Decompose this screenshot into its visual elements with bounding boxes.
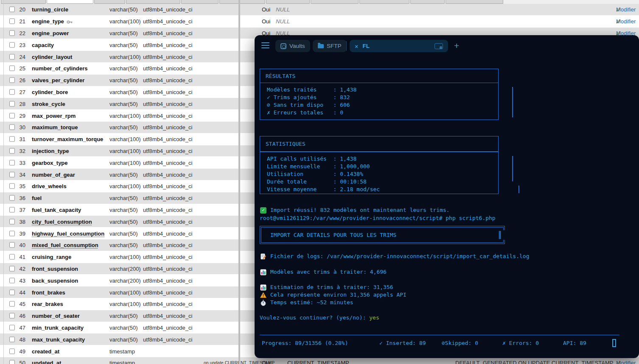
column-name: updated_at — [32, 360, 61, 364]
close-tab-icon[interactable]: ✕ — [355, 43, 358, 50]
column-type: varchar(50) — [109, 324, 137, 331]
estimate-line: Estimation de trims à traiter: 31,356 — [260, 283, 393, 291]
pma-tab[interactable] — [94, 0, 125, 4]
row-number: 25 — [14, 65, 25, 72]
column-name: cylinder_bore — [32, 89, 68, 95]
row-number: 28 — [14, 100, 25, 107]
column-extra: DEFAULT_GENERATED ON UPDATE CURRENT_TIME… — [455, 360, 613, 364]
column-name: created_at — [32, 348, 59, 354]
stopwatch-icon — [260, 300, 266, 306]
column-type: varchar(100) — [109, 53, 141, 60]
column-name: min_trunk_capacity — [32, 324, 84, 331]
tab-fl[interactable]: ✕ FL — [350, 40, 448, 52]
row-number: 33 — [14, 159, 25, 166]
modify-link-label[interactable]: Modifier — [616, 18, 636, 25]
pma-tab[interactable] — [181, 0, 219, 4]
column-type: varchar(100) — [109, 147, 141, 154]
column-name: fuel — [32, 195, 42, 201]
shell-prompt-text: root@vmi1261129:/var/www/provider-innova… — [260, 214, 496, 222]
status-item: ✓ Inserted: 89 — [379, 339, 426, 347]
table-row: 21engine_typevarchar(100)utf8mb4_unicode… — [0, 16, 639, 28]
column-default: CURRENT_TIMESTAMP — [287, 360, 349, 364]
results-line: ⊘ Sans trim dispo : 606 — [260, 101, 498, 109]
row-number: 24 — [14, 53, 25, 60]
banner-cursor-mark: ║ — [498, 230, 502, 240]
column-collation: utf8mb4_unicode_ci — [143, 195, 192, 201]
vaults-button-label: Vaults — [289, 43, 305, 49]
row-number: 46 — [14, 313, 25, 319]
time-estimate-line: Temps estimé: ~52 minutes — [260, 299, 353, 306]
host-terminal-icon — [434, 43, 443, 49]
pma-tab[interactable] — [1, 0, 46, 4]
pma-tab[interactable] — [311, 0, 359, 4]
warning-icon — [260, 292, 266, 298]
stats-line: Limite mensuelle : 1,000,000 — [260, 163, 498, 170]
modify-link-label[interactable]: Modifier — [616, 6, 636, 13]
pma-tab[interactable] — [446, 0, 503, 4]
column-name: front_suspension — [32, 265, 78, 272]
column-type: varchar(100) — [109, 18, 141, 25]
models-count-text: Modèles avec trims à traiter: 4,696 — [270, 268, 387, 276]
menu-icon[interactable] — [261, 42, 269, 49]
column-collation: utf8mb4_unicode_ci — [143, 136, 192, 142]
column-collation: utf8mb4_unicode_ci — [143, 65, 192, 72]
terminal-cursor — [612, 339, 616, 347]
column-name: engine_power — [32, 30, 69, 36]
column-null: Oui — [262, 18, 270, 25]
column-name: highway_fuel_consumption — [32, 230, 104, 236]
terminal-header: Vaults SFTP ✕ FL + — [255, 35, 639, 56]
column-name: stroke_cycle — [32, 100, 65, 107]
pma-tab[interactable] — [219, 0, 265, 4]
column-collation: utf8mb4_unicode_ci — [143, 100, 192, 107]
row-number: 36 — [14, 195, 25, 201]
pma-tab[interactable] — [47, 0, 93, 4]
modify-link[interactable]: Modifier — [616, 360, 621, 364]
modify-link[interactable]: Modifier — [616, 7, 621, 12]
api-warning-line: Cela représente environ 31,356 appels AP… — [260, 291, 406, 299]
stats-box-body: API calls utilisés : 1,438Limite mensuel… — [260, 152, 499, 194]
pma-tab[interactable] — [126, 0, 180, 4]
tab-label: FL — [362, 43, 370, 49]
column-name: injection_type — [32, 147, 69, 154]
column-name: cylinder_layout — [32, 53, 72, 60]
column-type: varchar(50) — [109, 77, 137, 83]
column-type: varchar(50) — [109, 171, 137, 178]
import-banner-box: IMPORT CAR DETAILS POUR TOUS LES TRIMS ║ — [260, 226, 505, 244]
column-collation: utf8mb4_unicode_ci — [143, 42, 192, 48]
column-collation: utf8mb4_unicode_ci — [143, 124, 192, 131]
row-number: 30 — [14, 124, 25, 131]
row-number: 26 — [14, 77, 25, 83]
stats-line: API calls utilisés : 1,438 — [260, 155, 498, 163]
row-number: 23 — [14, 42, 25, 48]
key-icon — [67, 20, 73, 24]
column-name: rear_brakes — [32, 301, 63, 307]
sftp-button[interactable]: SFTP — [313, 40, 347, 52]
column-name: max_trunk_capacity — [32, 336, 85, 342]
column-type: varchar(100) — [109, 112, 141, 119]
confirm-line: Voulez-vous continuer? (yes/no): yes — [260, 314, 379, 322]
pma-tab[interactable] — [359, 0, 409, 4]
column-name: cruising_range — [32, 254, 71, 260]
column-type: varchar(50) — [109, 124, 137, 131]
column-name: turning_circle — [32, 6, 68, 13]
stats-title: STATISTIQUES — [260, 136, 498, 152]
column-type: varchar(100) — [109, 136, 141, 142]
column-collation: utf8mb4_unicode_ci — [143, 206, 192, 213]
column-collation: utf8mb4_unicode_ci — [143, 77, 192, 83]
progress-status-bar: Progress: 89/31356 (0.28%) ✓ Inserted: 8… — [255, 339, 639, 347]
table-row: 20turning_circlevarchar(50)utf8mb4_unico… — [0, 4, 639, 16]
pma-tab[interactable] — [410, 0, 445, 4]
new-tab-button[interactable]: + — [454, 40, 459, 51]
row-number: 44 — [14, 289, 25, 295]
modify-link[interactable]: Modifier — [616, 19, 621, 24]
column-type: varchar(50) — [109, 195, 137, 201]
column-type: timestamp — [109, 360, 135, 364]
row-number: 39 — [14, 230, 25, 236]
column-default: NULL — [276, 18, 290, 25]
modify-link-label[interactable]: Modifier — [616, 360, 636, 364]
column-type: varchar(50) — [109, 242, 137, 248]
row-number: 29 — [14, 112, 25, 119]
column-name: number_of_cylinders — [32, 65, 88, 72]
vaults-button[interactable]: Vaults — [275, 40, 310, 52]
pma-tab[interactable] — [266, 0, 310, 4]
